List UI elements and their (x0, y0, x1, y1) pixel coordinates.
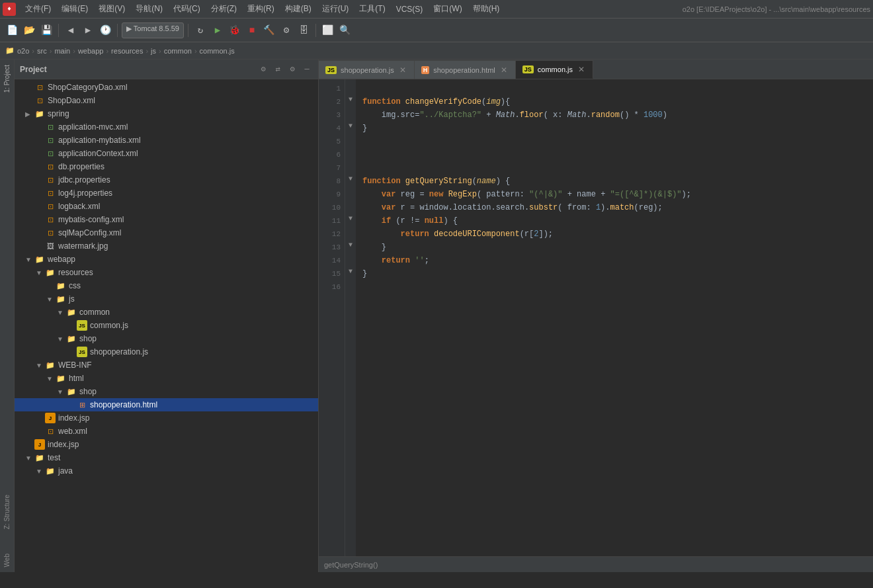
code-content[interactable]: function changeVerifyCode(img){ img.src=… (356, 79, 873, 556)
panel-layout-btn[interactable]: ⇄ (272, 63, 284, 75)
gutter-icon[interactable] (345, 132, 356, 146)
menu-refactor[interactable]: 重构(R) (242, 2, 280, 16)
panel-close-btn[interactable]: — (301, 63, 313, 75)
tree-item[interactable]: ▼📁test (15, 451, 318, 464)
recent-btn[interactable]: 🕐 (97, 22, 113, 38)
menu-tools[interactable]: 工具(T) (354, 2, 390, 16)
tree-item[interactable]: 🖼watermark.jpg (15, 239, 318, 253)
tree-item[interactable]: ▼📁html (15, 372, 318, 385)
tree-item[interactable]: ⊞shopoperation.html (15, 398, 318, 411)
panel-settings-btn[interactable]: ⚙ (286, 63, 298, 75)
tree-item[interactable]: ⊡db.properties (15, 160, 318, 173)
tree-item[interactable]: ⊡log4j.properties (15, 187, 318, 200)
tree-item[interactable]: ⊡sqlMapConfig.xml (15, 226, 318, 239)
gutter-icon[interactable] (345, 225, 356, 238)
gutter-icon[interactable] (345, 278, 356, 291)
gutter-icon[interactable]: ▼ (345, 265, 356, 278)
settings-btn[interactable]: ⚙ (278, 22, 294, 38)
bc-webapp[interactable]: webapp (78, 47, 104, 55)
save-btn[interactable]: 💾 (38, 22, 54, 38)
gutter-icon[interactable] (345, 251, 356, 265)
run-config-select[interactable]: ▶ Tomcat 8.5.59 (122, 22, 184, 38)
tree-item[interactable]: ⊡applicationContext.xml (15, 147, 318, 160)
tree-item[interactable]: ▼📁resources (15, 266, 318, 279)
tab-label-shopoperation-js: shopoperation.js (341, 66, 394, 74)
search-btn[interactable]: 🔍 (337, 22, 353, 38)
gutter-icon[interactable] (345, 185, 356, 198)
db-btn[interactable]: 🗄 (296, 22, 312, 38)
forward-btn[interactable]: ▶ (80, 22, 96, 38)
tree-item[interactable]: ▶📁spring (15, 107, 318, 120)
project-panel-label[interactable]: 1: Project (3, 60, 11, 98)
gutter-icon[interactable]: ▼ (345, 119, 356, 132)
structure-panel-label[interactable]: Z: Structure (3, 489, 11, 534)
bc-js[interactable]: js (151, 47, 156, 55)
layout-btn[interactable]: ⬜ (320, 22, 336, 38)
tab-common-js[interactable]: JS common.js ✕ (516, 60, 593, 79)
open-btn[interactable]: 📂 (21, 22, 37, 38)
gutter-icon[interactable] (345, 106, 356, 119)
menu-view[interactable]: 视图(V) (93, 2, 130, 16)
tree-item[interactable]: ▼📁webapp (15, 253, 318, 266)
tab-close-common-js[interactable]: ✕ (577, 65, 586, 74)
tree-item[interactable]: ⊡web.xml (15, 425, 318, 438)
tree-item[interactable]: ⊡ShopCategoryDao.xml (15, 81, 318, 94)
new-file-btn[interactable]: 📄 (4, 22, 20, 38)
tree-item[interactable]: ▼📁shop (15, 332, 318, 345)
bc-common[interactable]: common (164, 47, 192, 55)
breadcrumb-o2o[interactable]: 📁 (5, 46, 15, 55)
tree-item[interactable]: ⊡logback.xml (15, 200, 318, 213)
bc-resources[interactable]: resources (111, 47, 143, 55)
tree-item[interactable]: ▼📁js (15, 292, 318, 306)
debug-btn[interactable]: 🐞 (227, 22, 243, 38)
run-btn[interactable]: ▶ (210, 22, 226, 38)
panel-gear-btn[interactable]: ⚙ (257, 63, 269, 75)
menu-navigate[interactable]: 导航(N) (130, 2, 168, 16)
menu-build[interactable]: 构建(B) (280, 2, 317, 16)
menu-analyze[interactable]: 分析(Z) (206, 2, 242, 16)
file-tree[interactable]: ⊡ShopCategoryDao.xml⊡ShopDao.xml▶📁spring… (15, 79, 318, 572)
menu-run[interactable]: 运行(U) (317, 2, 354, 16)
menu-edit[interactable]: 编辑(E) (56, 2, 93, 16)
menu-file[interactable]: 文件(F) (20, 2, 56, 16)
tree-item[interactable]: ⊡application-mybatis.xml (15, 134, 318, 147)
gutter-icon[interactable]: ▼ (345, 93, 356, 106)
tree-item[interactable]: ⊡jdbc.properties (15, 173, 318, 187)
tree-item[interactable]: ▼📁shop (15, 385, 318, 398)
tree-item[interactable]: ▼📁WEB-INF (15, 358, 318, 372)
tree-item[interactable]: Jindex.jsp (15, 411, 318, 425)
tab-shopoperation-js[interactable]: JS shopoperation.js ✕ (319, 60, 415, 79)
gutter-icon[interactable] (345, 146, 356, 159)
bc-main[interactable]: main (54, 47, 70, 55)
tab-shopoperation-html[interactable]: H shopoperation.html ✕ (415, 60, 516, 79)
menu-code[interactable]: 代码(C) (168, 2, 206, 16)
tree-item[interactable]: JSshopoperation.js (15, 345, 318, 358)
menu-window[interactable]: 窗口(W) (428, 2, 467, 16)
gutter-icon[interactable]: ▼ (345, 212, 356, 225)
menu-help[interactable]: 帮助(H) (468, 2, 505, 16)
gutter-icon[interactable]: ▼ (345, 238, 356, 251)
back-btn[interactable]: ◀ (63, 22, 79, 38)
tree-item[interactable]: ▼📁common (15, 306, 318, 319)
refresh-btn[interactable]: ↻ (192, 22, 208, 38)
tree-item[interactable]: ⊡mybatis-config.xml (15, 213, 318, 226)
tree-item[interactable]: Jindex.jsp (15, 438, 318, 451)
menu-vcs[interactable]: VCS(S) (391, 3, 429, 15)
tree-item[interactable]: ⊡ShopDao.xml (15, 94, 318, 107)
bc-src[interactable]: src (37, 47, 47, 55)
gutter-icon[interactable] (345, 159, 356, 172)
gutter-icon[interactable] (345, 198, 356, 212)
tree-item[interactable]: JScommon.js (15, 319, 318, 332)
gutter-icon[interactable]: ▼ (345, 172, 356, 185)
tree-item[interactable]: ⊡application-mvc.xml (15, 120, 318, 134)
bc-file[interactable]: common.js (200, 47, 235, 55)
web-panel-label[interactable]: Web (3, 548, 11, 572)
tab-close-shopoperation-html[interactable]: ✕ (499, 65, 509, 75)
bc-o2o[interactable]: o2o (17, 47, 29, 55)
tab-close-shopoperation-js[interactable]: ✕ (398, 65, 407, 75)
tree-item[interactable]: ▼📁java (15, 464, 318, 478)
gutter-icon[interactable] (345, 79, 356, 93)
build-btn[interactable]: 🔨 (261, 22, 277, 38)
stop-btn[interactable]: ■ (244, 22, 260, 38)
tree-item[interactable]: 📁css (15, 279, 318, 292)
